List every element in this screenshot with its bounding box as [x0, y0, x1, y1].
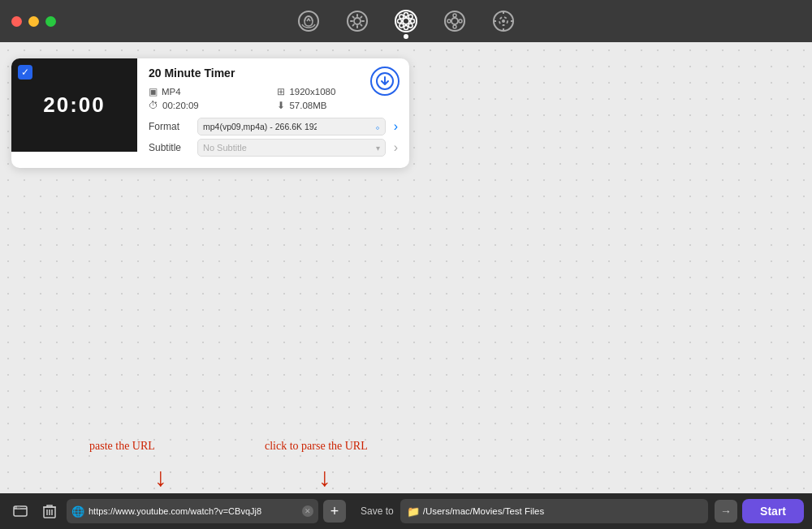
clock-icon: ⏱ — [149, 100, 158, 111]
resolution-icon: ⊞ — [277, 86, 285, 97]
format-select[interactable]: mp4(vp09,mp4a) - 266.6K 1920x1080 ⬦ — [197, 118, 386, 135]
bottom-bar: 🌐 ✕ + Save to 📁 → Start — [0, 493, 812, 529]
trash-icon-btn[interactable] — [37, 499, 62, 523]
svg-point-6 — [404, 26, 408, 30]
save-path-container: 📁 — [400, 499, 708, 523]
format-select-value: mp4(vp09,mp4a) - 266.6K 1920x1080 — [203, 122, 317, 131]
nav-reel-icon[interactable] — [490, 8, 516, 34]
svg-point-5 — [404, 13, 408, 17]
duration-meta: ⏱ 00:20:09 — [149, 100, 261, 111]
add-url-button[interactable]: + — [323, 500, 346, 523]
svg-point-7 — [398, 19, 402, 24]
subtitle-label: Subtitle — [149, 142, 191, 153]
svg-point-8 — [411, 19, 415, 24]
paste-url-text: paste the URL — [89, 440, 155, 452]
nav-filmstrip-icon[interactable] — [442, 8, 468, 34]
parse-url-arrow: ↓ — [318, 464, 331, 490]
video-card: ✓ 20:00 20 Minute Timer ▣ MP4 ⊞ 1920x108… — [11, 58, 409, 168]
maximize-button[interactable] — [45, 16, 56, 27]
format-label: Format — [149, 121, 191, 132]
format-type: MP4 — [162, 87, 181, 97]
meta-grid: ▣ MP4 ⊞ 1920x1080 ⏱ 00:20:09 ⬇ 57.08MB — [149, 86, 398, 111]
svg-rect-29 — [17, 506, 20, 509]
svg-point-10 — [408, 24, 412, 28]
nav-film-active-icon[interactable] — [393, 8, 419, 34]
format-arrow-icon: › — [394, 119, 398, 134]
svg-point-11 — [408, 15, 412, 19]
file-icon: ▣ — [149, 86, 158, 97]
video-info: 20 Minute Timer ▣ MP4 ⊞ 1920x1080 ⏱ 00:2… — [137, 58, 409, 168]
url-input-container: 🌐 ✕ — [67, 499, 318, 523]
paste-url-annotation: paste the URL — [89, 440, 155, 453]
format-row: Format mp4(vp09,mp4a) - 266.6K 1920x1080… — [149, 118, 398, 135]
svg-point-21 — [502, 19, 505, 23]
parse-url-text: click to parse the URL — [265, 440, 368, 452]
nav-settings-icon[interactable] — [344, 8, 370, 34]
home-icon-btn[interactable] — [8, 499, 32, 523]
duration-value: 00:20:09 — [162, 101, 199, 110]
path-arrow-btn[interactable]: → — [715, 500, 737, 523]
nav-icons — [296, 8, 516, 34]
download-size-icon: ⬇ — [277, 100, 285, 111]
main-content: ✓ 20:00 20 Minute Timer ▣ MP4 ⊞ 1920x108… — [0, 42, 812, 493]
url-clear-btn[interactable]: ✕ — [302, 505, 313, 517]
video-checkbox[interactable]: ✓ — [18, 65, 32, 80]
filesize-meta: ⬇ 57.08MB — [277, 100, 398, 111]
svg-point-15 — [453, 14, 456, 17]
svg-point-2 — [354, 18, 361, 24]
video-thumbnail: ✓ 20:00 — [11, 58, 137, 152]
subtitle-placeholder: No Subtitle — [203, 143, 247, 153]
minimize-button[interactable] — [28, 16, 39, 27]
url-globe-icon: 🌐 — [71, 505, 84, 518]
subtitle-dropdown-arrow: ▾ — [376, 144, 380, 153]
paste-url-arrow: ↓ — [154, 464, 167, 490]
add-icon: + — [330, 503, 339, 520]
subtitle-row: Subtitle No Subtitle ▾ › — [149, 139, 398, 157]
nav-home-icon[interactable] — [296, 8, 322, 34]
traffic-lights — [11, 16, 56, 27]
svg-point-14 — [451, 18, 458, 24]
timer-display: 20:00 — [43, 92, 106, 118]
svg-point-16 — [453, 25, 456, 28]
save-to-section: Save to 📁 → — [361, 499, 737, 523]
subtitle-select[interactable]: No Subtitle ▾ — [197, 139, 386, 157]
format-meta: ▣ MP4 — [149, 86, 261, 97]
titlebar — [0, 0, 812, 42]
path-arrow-icon: → — [720, 505, 732, 518]
save-path-input[interactable] — [400, 499, 708, 523]
svg-point-12 — [400, 24, 404, 28]
filesize-value: 57.08MB — [289, 101, 326, 110]
start-button[interactable]: Start — [742, 499, 804, 523]
url-input[interactable] — [89, 506, 298, 516]
close-button[interactable] — [11, 16, 22, 27]
svg-rect-28 — [14, 506, 17, 509]
svg-point-17 — [447, 19, 451, 23]
svg-point-4 — [403, 18, 409, 24]
resolution-value: 1920x1080 — [289, 87, 335, 97]
svg-point-18 — [459, 19, 462, 23]
download-button[interactable] — [370, 67, 400, 96]
format-dropdown-arrow: ⬦ — [375, 123, 380, 131]
video-title: 20 Minute Timer — [149, 67, 398, 80]
svg-point-3 — [395, 11, 417, 32]
svg-point-9 — [400, 15, 404, 19]
parse-url-annotation: click to parse the URL — [265, 440, 368, 453]
subtitle-arrow-icon: › — [394, 140, 398, 155]
save-to-label: Save to — [361, 505, 394, 517]
